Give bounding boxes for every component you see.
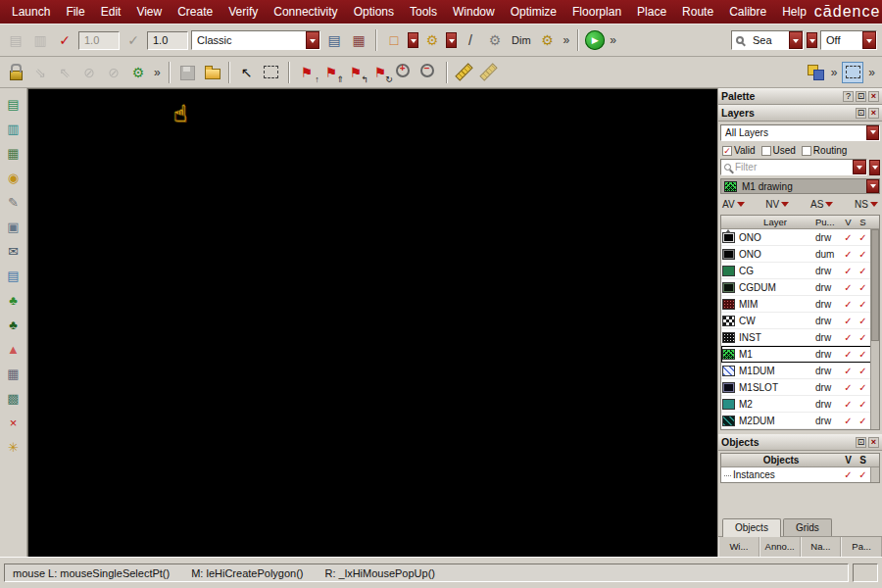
visible-checkbox[interactable]: ✓ (841, 231, 856, 243)
mail-icon[interactable]: ✉ (4, 243, 24, 260)
close-button[interactable]: × (868, 91, 879, 102)
menu-item-calibre[interactable]: Calibre (721, 5, 774, 19)
stats-mode-icon[interactable]: ▥ (29, 29, 51, 51)
y-snap-field[interactable]: 1.0 (147, 31, 188, 50)
menu-item-place[interactable]: Place (629, 5, 674, 19)
search-box[interactable]: Sea (731, 30, 804, 50)
vis-control-as[interactable]: AS (810, 198, 833, 211)
chevron-down-icon[interactable] (446, 32, 457, 48)
layout-canvas[interactable]: ☝ (27, 88, 717, 557)
x-snap-field[interactable]: 1.0 (78, 31, 120, 50)
chevron-down-icon[interactable] (789, 31, 803, 49)
world-view-icon[interactable] (842, 62, 863, 83)
visible-checkbox[interactable]: ✓ (841, 365, 856, 376)
overflow-button[interactable]: » (829, 66, 840, 79)
chevron-down-icon[interactable] (866, 125, 879, 140)
warning-icon[interactable]: ▲ (4, 341, 24, 358)
layers-add-icon[interactable]: ▤ (4, 96, 24, 113)
menu-item-window[interactable]: Window (445, 5, 503, 19)
layers-float-button[interactable]: ⊡ (856, 108, 866, 119)
overflow-button[interactable]: » (866, 66, 877, 79)
vis-control-av[interactable]: AV (722, 198, 745, 211)
selectable-checkbox[interactable]: ✓ (856, 469, 870, 481)
menu-item-connectivity[interactable]: Connectivity (266, 5, 345, 19)
visible-checkbox[interactable]: ✓ (841, 348, 856, 360)
layers-view-icon[interactable]: ▥ (4, 121, 24, 137)
open-icon[interactable] (201, 62, 222, 83)
ruler-icon[interactable] (454, 62, 475, 83)
descend-edit-icon[interactable]: ⇘ (29, 62, 51, 83)
clear-ruler-icon[interactable] (478, 62, 500, 83)
select-mode-icon[interactable]: □ (383, 29, 405, 51)
layer-row-cgdum-drw[interactable]: CGDUMdrw✓✓ (721, 279, 879, 296)
copy-flag-icon[interactable]: ⚑↰ (345, 62, 367, 83)
selectable-checkbox[interactable]: ✓ (856, 281, 870, 293)
checkbox-icon[interactable]: ✓ (722, 146, 732, 156)
visible-checkbox[interactable]: ✓ (841, 415, 856, 426)
accept-check-icon[interactable]: ✓ (122, 29, 144, 51)
palette-toggle-icon[interactable] (805, 62, 826, 83)
clipboard-icon[interactable]: ▣ (4, 219, 24, 235)
gravity-select[interactable]: Off (820, 30, 877, 50)
grid-icon[interactable]: ▦ (4, 366, 24, 382)
objects-float-button[interactable]: ⊡ (856, 437, 866, 448)
layer-row-m1dum-drw[interactable]: M1DUMdrw✓✓ (721, 363, 879, 379)
layer-row-ono-dum[interactable]: ONOdum✓✓ (721, 246, 879, 263)
active-layer-display[interactable]: M1 drawing (720, 178, 880, 194)
chevron-down-icon[interactable] (825, 202, 833, 211)
menu-item-floorplan[interactable]: Floorplan (564, 5, 629, 19)
chevron-down-icon[interactable] (781, 202, 789, 211)
checkbox-icon[interactable] (802, 146, 811, 156)
award-icon[interactable]: ◉ (4, 170, 24, 186)
objects-scrollbar[interactable] (870, 467, 879, 482)
run-button[interactable]: ▶ (585, 30, 605, 50)
overflow-button[interactable]: » (562, 33, 572, 47)
notebook-icon[interactable]: ▦ (4, 145, 24, 162)
probe-icon[interactable]: ✎ (4, 194, 24, 211)
dialog-window-icon[interactable]: ▤ (323, 29, 345, 51)
overflow-button[interactable]: » (152, 66, 163, 79)
filter-routing-checkbox[interactable]: Routing (802, 145, 847, 156)
visible-column-header[interactable]: V (841, 217, 856, 227)
filter-valid-checkbox[interactable]: ✓Valid (722, 145, 756, 156)
selectable-checkbox[interactable]: ✓ (856, 381, 870, 393)
dock-tab-pa[interactable]: Pa... (841, 537, 882, 557)
layer-column-header[interactable]: Layer (735, 217, 815, 227)
vis-control-nv[interactable]: NV (765, 198, 789, 211)
diagonal-line-icon[interactable]: / (460, 29, 481, 51)
chevron-down-icon[interactable] (408, 32, 418, 48)
selectable-checkbox[interactable]: ✓ (856, 315, 870, 326)
visible-checkbox[interactable]: ✓ (841, 315, 856, 326)
vis-control-ns[interactable]: NS (855, 198, 878, 211)
attach-mode-icon[interactable]: ▤ (5, 29, 26, 51)
save-icon[interactable] (176, 62, 198, 83)
menu-item-optimize[interactable]: Optimize (503, 5, 564, 19)
dialog-options-icon[interactable]: ▦ (348, 29, 369, 51)
tree-dark-icon[interactable]: ♣ (4, 317, 24, 333)
menu-item-launch[interactable]: Launch (4, 5, 58, 19)
float-button[interactable]: ⊡ (856, 91, 866, 102)
purpose-column-header[interactable]: Pu... (815, 217, 841, 227)
objects-close-button[interactable]: × (868, 437, 879, 448)
layer-row-inst-drw[interactable]: INSTdrw✓✓ (721, 329, 879, 346)
gear-settings-icon[interactable]: ⚙ (484, 29, 506, 51)
layer-row-m1slot-drw[interactable]: M1SLOTdrw✓✓ (721, 379, 879, 396)
chevron-down-icon[interactable] (870, 202, 878, 211)
lock-icon[interactable] (5, 62, 26, 83)
objects-row-instances[interactable]: Instances✓✓ (721, 467, 879, 482)
selectable-checkbox[interactable]: ✓ (856, 348, 870, 360)
layer-row-cw-drw[interactable]: CWdrw✓✓ (721, 313, 879, 329)
visible-checkbox[interactable]: ✓ (841, 469, 856, 481)
layer-table-scrollbar[interactable] (870, 229, 879, 429)
copy-icon[interactable]: ▤ (4, 268, 24, 284)
area-select-icon[interactable] (261, 62, 282, 83)
tree-green-icon[interactable]: ♣ (4, 292, 24, 309)
tab-grids[interactable]: Grids (783, 518, 832, 536)
pointer-icon[interactable]: ↖ (236, 62, 258, 83)
snap-mode-icon[interactable]: ⚙ (421, 29, 443, 51)
no-snap-icon[interactable]: ⊘ (103, 62, 124, 83)
refresh-settings-icon[interactable]: ⚙ (127, 62, 149, 83)
chevron-down-icon[interactable] (866, 179, 879, 193)
selectable-checkbox[interactable]: ✓ (856, 365, 870, 376)
menu-item-options[interactable]: Options (346, 5, 402, 19)
